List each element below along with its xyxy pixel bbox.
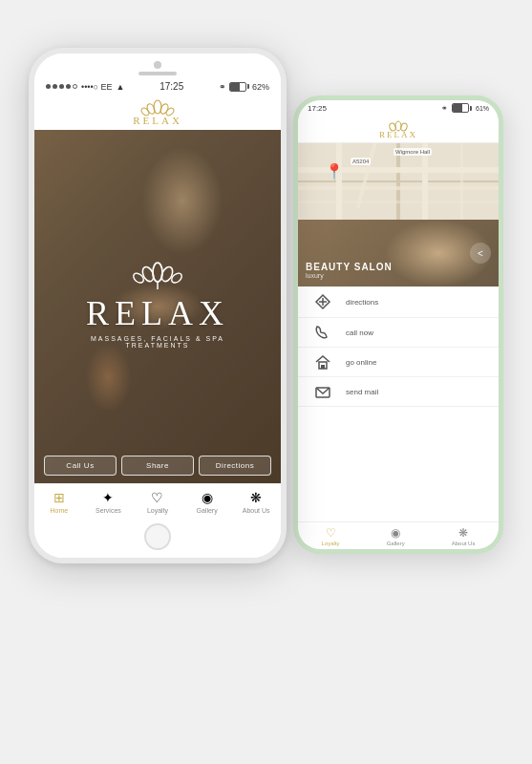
- back-bluetooth-icon: ⚭: [441, 104, 448, 113]
- hero-subtitle: MASSAGES, FACIALS & SPA TREATMENTS: [86, 335, 229, 349]
- back-status-bar: 17:25 ⚭ 61%: [298, 100, 499, 116]
- share-button-front[interactable]: Share: [121, 456, 194, 476]
- svg-point-15: [153, 263, 162, 282]
- home-nav-label: Home: [50, 507, 68, 514]
- share-button[interactable]: <: [470, 243, 491, 264]
- home-circle-button[interactable]: [144, 523, 171, 550]
- directions-icon: [309, 292, 336, 311]
- carrier-label: ••••○ EE: [81, 82, 113, 92]
- phone-front: ••••○ EE ▲ 17:25 ⚭ 62%: [29, 48, 287, 563]
- front-battery-pct: 62%: [252, 82, 269, 92]
- cta-buttons: Call Us Share Directions: [34, 456, 281, 476]
- loyalty-nav-label: Loyalty: [147, 507, 168, 514]
- action-mail[interactable]: send mail: [298, 377, 499, 407]
- mail-icon: [309, 383, 336, 400]
- back-loyalty-label: Loyalty: [322, 541, 340, 546]
- phone-back: 17:25 ⚭ 61%: [293, 96, 503, 554]
- back-header: RELAX: [298, 116, 499, 143]
- back-nav-gallery[interactable]: ◉ Gallery: [387, 526, 405, 546]
- mail-label: send mail: [346, 388, 378, 396]
- map-road-label: A5204: [351, 158, 371, 165]
- home-icon: [309, 353, 336, 371]
- about-nav-icon: ❋: [250, 490, 262, 505]
- back-gallery-icon: ◉: [391, 526, 400, 540]
- phone-top-bar: [34, 53, 281, 79]
- signal-dots: [46, 84, 77, 89]
- action-online[interactable]: go online: [298, 348, 499, 377]
- svg-text:RELAX: RELAX: [133, 115, 182, 126]
- services-nav-icon: ✦: [102, 490, 114, 505]
- back-battery-pct: 61%: [476, 105, 489, 112]
- svg-rect-7: [321, 365, 325, 369]
- call-us-button[interactable]: Call Us: [44, 456, 117, 476]
- back-logo-svg: RELAX: [370, 118, 427, 139]
- directions-label: directions: [346, 298, 378, 307]
- phone-icon: [309, 324, 336, 341]
- nav-gallery[interactable]: ◉ Gallery: [182, 490, 232, 514]
- wifi-icon: ▲: [117, 82, 125, 92]
- front-logo-svg: RELAX: [119, 97, 196, 126]
- gallery-nav-icon: ◉: [202, 490, 213, 505]
- back-gallery-label: Gallery: [387, 541, 405, 546]
- hero-logo-container: RELAX MASSAGES, FACIALS & SPA TREATMENTS: [86, 255, 229, 349]
- app-header: RELAX: [34, 94, 281, 130]
- action-list: directions call now go online: [298, 286, 499, 521]
- back-nav-about[interactable]: ❋ About Us: [452, 526, 476, 546]
- back-bottom-nav: ♡ Loyalty ◉ Gallery ❋ About Us: [298, 521, 499, 549]
- map-pin: 📍: [325, 162, 344, 180]
- phone-home-button-area: [34, 518, 281, 558]
- online-label: go online: [346, 358, 376, 367]
- map-landmark-label: Wigmore Hall: [394, 148, 432, 156]
- front-status-bar: ••••○ EE ▲ 17:25 ⚭ 62%: [34, 79, 281, 94]
- svg-text:RELAX: RELAX: [379, 130, 417, 139]
- business-type: luxury: [306, 272, 393, 279]
- nav-home[interactable]: ⊞ Home: [34, 490, 84, 514]
- front-time: 17:25: [160, 81, 183, 92]
- front-speaker: [138, 72, 177, 75]
- nav-services[interactable]: ✦ Services: [84, 490, 134, 514]
- back-nav-loyalty[interactable]: ♡ Loyalty: [322, 526, 340, 546]
- call-label: call now: [346, 329, 373, 337]
- front-camera: [154, 61, 161, 69]
- nav-loyalty[interactable]: ♡ Loyalty: [133, 490, 182, 514]
- front-bottom-nav: ⊞ Home ✦ Services ♡ Loyalty ◉ Gallery ❋: [34, 483, 281, 518]
- map-area: A5204 Wigmore Hall 📍: [298, 143, 499, 220]
- gallery-nav-label: Gallery: [196, 507, 217, 514]
- back-time: 17:25: [308, 104, 327, 113]
- services-nav-label: Services: [96, 507, 121, 514]
- loyalty-nav-icon: ♡: [151, 490, 163, 505]
- back-about-icon: ❋: [458, 526, 468, 540]
- action-call[interactable]: call now: [298, 318, 499, 348]
- nav-about[interactable]: ❋ About Us: [231, 490, 281, 514]
- back-loyalty-icon: ♡: [326, 526, 336, 540]
- phones-container: 17:25 ⚭ 61%: [0, 0, 532, 764]
- back-about-label: About Us: [452, 541, 476, 546]
- action-directions[interactable]: directions: [298, 286, 499, 318]
- hero-brand-name: RELAX: [86, 293, 229, 333]
- hero-lotus-icon: [129, 255, 186, 289]
- bluetooth-icon: ⚭: [219, 82, 226, 92]
- business-card: BEAUTY SALON luxury <: [298, 220, 499, 286]
- business-name: BEAUTY SALON: [306, 262, 393, 272]
- directions-button[interactable]: Directions: [199, 456, 271, 476]
- home-nav-icon: ⊞: [53, 490, 65, 505]
- about-nav-label: About Us: [243, 507, 270, 514]
- hero-section: RELAX MASSAGES, FACIALS & SPA TREATMENTS…: [34, 130, 281, 483]
